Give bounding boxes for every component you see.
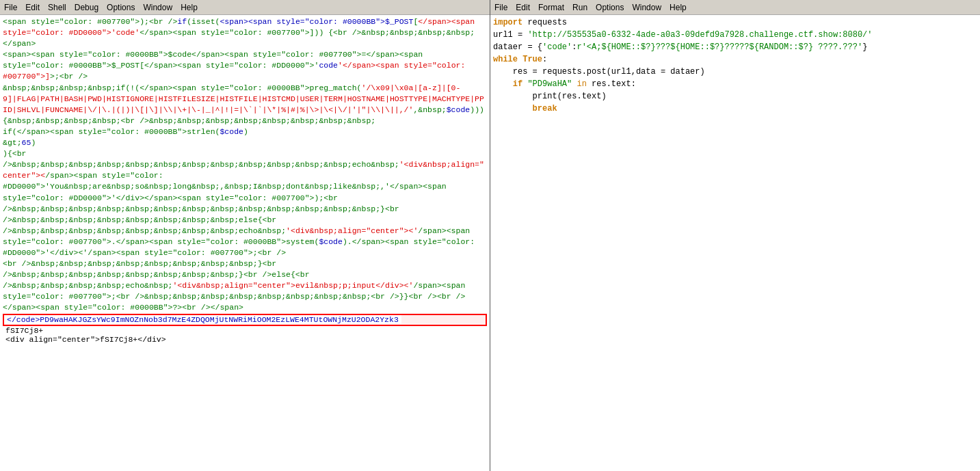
right-menu-help[interactable]: Help — [670, 3, 687, 12]
left-menu-window[interactable]: Window — [143, 3, 172, 12]
right-menu-window[interactable]: Window — [632, 3, 661, 12]
right-menubar: File Edit Format Run Options Window Help — [490, 0, 980, 15]
right-menu-edit[interactable]: Edit — [516, 3, 530, 12]
left-content-area[interactable]: <span style="color: #007700">);<br />if(… — [0, 15, 490, 471]
left-menu-help[interactable]: Help — [181, 3, 198, 12]
right-content-area[interactable]: import requests url1 = 'http://535535a0-… — [490, 15, 980, 471]
app-container: File Edit Shell Debug Options Window Hel… — [0, 0, 980, 471]
highlighted-code-line: </code>PD9waHAKJGZsYWc9ImNOZnNob3d7MzE4Z… — [3, 314, 487, 326]
python-code-block: import requests url1 = 'http://535535a0-… — [493, 16, 977, 115]
right-menu-run[interactable]: Run — [572, 3, 587, 12]
left-pane: File Edit Shell Debug Options Window Hel… — [0, 0, 490, 471]
left-menu-options[interactable]: Options — [107, 3, 135, 12]
left-menu-debug[interactable]: Debug — [75, 3, 98, 12]
right-pane: File Edit Format Run Options Window Help… — [490, 0, 980, 471]
bottom-line3: <div align="center">fSI7Cj8+</div> — [3, 335, 487, 344]
right-menu-format[interactable]: Format — [538, 3, 564, 12]
left-code-block: <span style="color: #007700">);<br />if(… — [3, 16, 487, 314]
right-menu-file[interactable]: File — [494, 3, 507, 12]
right-menu-options[interactable]: Options — [596, 3, 624, 12]
left-menu-shell[interactable]: Shell — [48, 3, 66, 12]
bottom-line2: fSI7Cj8+ — [3, 326, 487, 335]
left-menubar: File Edit Shell Debug Options Window Hel… — [0, 0, 490, 15]
panes: File Edit Shell Debug Options Window Hel… — [0, 0, 980, 471]
left-menu-edit[interactable]: Edit — [25, 3, 40, 12]
bottom-code-line1: </code>PD9waHAKJGZsYWc9ImNOZnNob3d7MzE4Z… — [4, 315, 401, 324]
left-menu-file[interactable]: File — [4, 3, 17, 12]
